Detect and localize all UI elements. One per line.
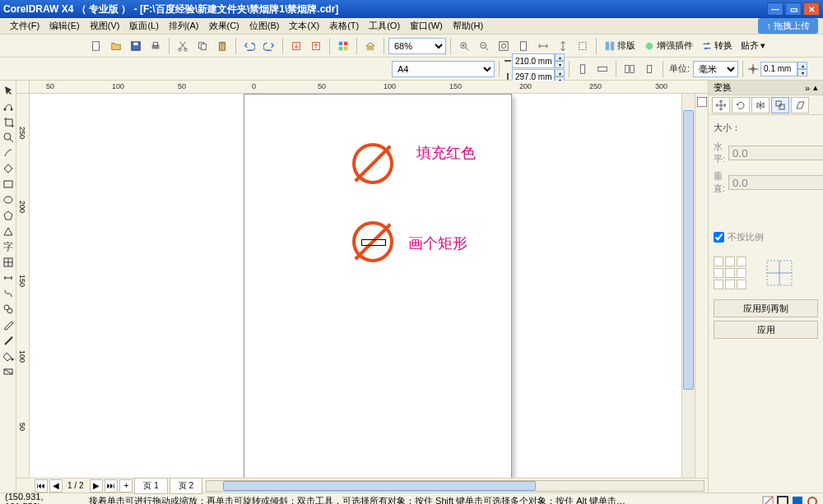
anchor-cell[interactable] <box>725 257 735 266</box>
vertical-ruler[interactable]: 250 200 150 100 50 <box>16 94 30 478</box>
freehand-tool[interactable] <box>2 146 15 160</box>
minimize-button[interactable]: — <box>767 2 783 16</box>
status-circle-icon[interactable] <box>807 496 818 505</box>
spin-up[interactable]: ▴ <box>555 69 565 76</box>
upload-button[interactable]: ↑ 拖拽上传 <box>758 18 818 34</box>
anchor-cell[interactable] <box>725 280 735 289</box>
portrait-button[interactable] <box>574 60 592 78</box>
text-tool[interactable]: 字 <box>2 240 15 253</box>
zoom-selection-button[interactable] <box>574 37 592 55</box>
menu-table[interactable]: 表格(T) <box>324 18 364 34</box>
close-button[interactable]: ✕ <box>803 2 820 16</box>
menu-window[interactable]: 窗口(W) <box>405 18 448 34</box>
ruler-corner[interactable] <box>16 81 30 94</box>
menu-effects[interactable]: 效果(C) <box>204 18 244 34</box>
copy-button[interactable] <box>193 37 212 55</box>
smart-fill-tool[interactable] <box>2 162 15 175</box>
interactive-tool[interactable] <box>2 303 15 316</box>
menu-file[interactable]: 文件(F) <box>5 18 44 34</box>
docker-title-bar[interactable]: 变换 » ▴ <box>709 81 823 95</box>
vertical-scrollbar[interactable] <box>681 94 695 478</box>
fill-tool[interactable] <box>2 349 15 363</box>
zoom-width-button[interactable] <box>534 37 552 55</box>
page-width-input[interactable] <box>512 53 555 68</box>
menu-help[interactable]: 帮助(H) <box>448 18 488 34</box>
open-button[interactable] <box>107 37 125 55</box>
apply-to-duplicate-button[interactable]: 应用到再制 <box>714 299 818 317</box>
paste-button[interactable] <box>213 37 231 55</box>
menu-text[interactable]: 文本(X) <box>284 18 324 34</box>
outline-tool[interactable] <box>2 334 15 347</box>
menu-view[interactable]: 视图(V) <box>85 18 125 34</box>
export-button[interactable] <box>307 37 325 55</box>
zoom-page-button[interactable] <box>514 37 532 55</box>
zoom-height-button[interactable] <box>554 37 572 55</box>
small-rectangle[interactable] <box>361 239 386 246</box>
connector-tool[interactable] <box>2 287 15 300</box>
anchor-cell[interactable] <box>714 280 723 289</box>
anchor-cell[interactable] <box>737 268 746 278</box>
save-button[interactable] <box>127 37 145 55</box>
fill-none-icon[interactable] <box>762 496 774 505</box>
landscape-button[interactable] <box>593 60 611 78</box>
proportional-checkbox[interactable]: 不按比例 <box>714 231 818 243</box>
facing-pages-button[interactable] <box>621 60 639 78</box>
spin-down[interactable]: ▾ <box>797 69 807 76</box>
menu-edit[interactable]: 编辑(E) <box>44 18 85 34</box>
menu-arrange[interactable]: 排列(A) <box>164 18 204 34</box>
h-input[interactable] <box>728 146 823 160</box>
undo-button[interactable] <box>240 37 258 55</box>
convert-button[interactable]: 转换 <box>698 39 736 52</box>
anchor-cell[interactable] <box>714 257 723 266</box>
menu-bitmap[interactable]: 位图(B) <box>244 18 285 34</box>
zoom-combo[interactable]: 68% <box>388 38 446 54</box>
skew-tab[interactable] <box>791 97 809 113</box>
scrollbar-thumb[interactable] <box>223 481 536 491</box>
anchor-cell[interactable] <box>714 268 723 278</box>
ellipse-tool[interactable] <box>2 193 15 206</box>
app-launcher-button[interactable] <box>334 37 352 55</box>
maximize-button[interactable]: ▭ <box>785 2 802 16</box>
menu-layout[interactable]: 版面(L) <box>124 18 163 34</box>
first-page-button[interactable]: ⏮ <box>35 479 48 492</box>
checkbox[interactable] <box>714 232 724 243</box>
dimension-tool[interactable] <box>2 271 15 284</box>
workspace[interactable]: 填充红色 画个矩形 <box>30 94 681 478</box>
anchor-cell[interactable] <box>725 268 735 278</box>
outline-swatch-icon[interactable] <box>777 496 788 505</box>
position-tab[interactable] <box>712 97 730 113</box>
horizontal-ruler[interactable]: 50 100 50 0 50 100 150 200 250 300 <box>16 81 708 94</box>
nudge-input[interactable] <box>760 62 797 76</box>
table-tool[interactable] <box>2 256 15 269</box>
horizontal-scrollbar[interactable] <box>206 480 704 492</box>
menu-tools[interactable]: 工具(O) <box>364 18 405 34</box>
single-page-button[interactable] <box>640 60 658 78</box>
paper-size-combo[interactable]: A4 <box>392 61 495 77</box>
basic-shapes-tool[interactable] <box>2 224 15 238</box>
enhance-button[interactable]: 增强插件 <box>640 39 696 52</box>
layout-button[interactable]: 排版 <box>601 39 639 52</box>
scrollbar-thumb[interactable] <box>683 110 694 390</box>
redo-button[interactable] <box>260 37 278 55</box>
page-tab-2[interactable]: 页 2 <box>170 478 202 494</box>
zoom-fit-button[interactable] <box>495 37 513 55</box>
welcome-button[interactable] <box>361 37 379 55</box>
next-page-button[interactable]: ▶ <box>90 479 103 492</box>
rotate-tab[interactable] <box>732 97 750 113</box>
eyedropper-tool[interactable] <box>2 318 15 331</box>
pick-tool[interactable] <box>2 84 15 97</box>
anchor-cell[interactable] <box>737 280 746 289</box>
dock-item[interactable] <box>697 97 707 107</box>
zoom-in-button[interactable] <box>455 37 473 55</box>
spin-down[interactable]: ▾ <box>555 61 565 68</box>
unit-combo[interactable]: 毫米 <box>693 61 738 77</box>
new-button[interactable] <box>87 37 105 55</box>
size-tab[interactable] <box>771 97 789 113</box>
anchor-cell[interactable] <box>737 257 746 266</box>
import-button[interactable] <box>287 37 305 55</box>
shape-tool[interactable] <box>2 99 15 113</box>
polygon-tool[interactable] <box>2 209 15 222</box>
zoom-out-button[interactable] <box>475 37 493 55</box>
color-swatch-icon[interactable] <box>792 496 803 505</box>
spin-up[interactable]: ▴ <box>797 62 807 69</box>
